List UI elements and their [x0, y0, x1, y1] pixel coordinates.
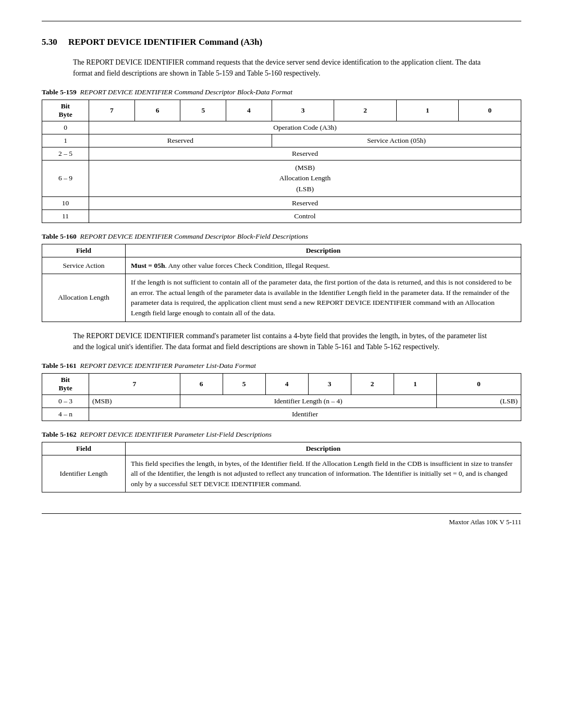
table-159-header-6: 6	[134, 100, 180, 121]
table-161-header-6: 6	[180, 373, 223, 394]
table-162: Field Description Identifier Length This…	[42, 442, 521, 493]
control: Control	[89, 209, 521, 223]
table-row: 11 Control	[42, 209, 521, 223]
table-row: 6 – 9 (MSB)Allocation Length(LSB)	[42, 161, 521, 197]
section-title: REPORT DEVICE IDENTIFIER Command (A3h)	[68, 37, 262, 47]
desc-service-action: Must = 05h. Any other value forces Check…	[126, 257, 521, 274]
footer: Maxtor Atlas 10K V 5-111	[42, 518, 521, 526]
table-row: 1 Reserved Service Action (05h)	[42, 134, 521, 147]
table-159-header-bitbyte: BitByte	[42, 100, 89, 121]
op-code: Operation Code (A3h)	[89, 121, 521, 134]
table-161-header-4: 4	[265, 373, 308, 394]
table-161-header-bitbyte: BitByte	[42, 373, 89, 394]
intro-text: The REPORT DEVICE IDENTIFIER command req…	[73, 57, 490, 79]
byte-10: 10	[42, 196, 89, 209]
desc-allocation-length: If the length is not sufficient to conta…	[126, 274, 521, 322]
table-161-header-5: 5	[223, 373, 265, 394]
table-row: 4 – n Identifier	[42, 408, 521, 421]
table-row: 0 Operation Code (A3h)	[42, 121, 521, 134]
table-row: 10 Reserved	[42, 196, 521, 209]
table-159-header-4: 4	[226, 100, 272, 121]
identifier: Identifier	[89, 408, 521, 421]
table-row: 0 – 3 (MSB) Identifier Length (n – 4) (L…	[42, 394, 521, 408]
byte-6-9: 6 – 9	[42, 161, 89, 197]
table-159-header-0: 0	[459, 100, 521, 121]
reserved-10: Reserved	[89, 196, 521, 209]
table-159-header-7: 7	[89, 100, 135, 121]
desc-identifier-length: This field specifies the length, in byte…	[126, 455, 521, 492]
table-159-header-1: 1	[396, 100, 459, 121]
byte-2-5: 2 – 5	[42, 147, 89, 161]
table-159-label: Table 5-159 REPORT DEVICE IDENTIFIER Com…	[42, 88, 521, 96]
reserved-1: Reserved	[89, 134, 272, 147]
table-160-header-field: Field	[42, 244, 126, 257]
allocation-length: (MSB)Allocation Length(LSB)	[89, 161, 521, 197]
byte-11: 11	[42, 209, 89, 223]
identifier-length: Identifier Length (n – 4)	[180, 394, 436, 408]
lsb-label: (LSB)	[436, 394, 521, 408]
table-159-header-2: 2	[334, 100, 397, 121]
table-159-header-3: 3	[272, 100, 334, 121]
byte-1: 1	[42, 134, 89, 147]
table-159: BitByte 7 6 5 4 3 2 1 0 0 Operation Code…	[42, 100, 521, 223]
service-action: Service Action (05h)	[272, 134, 521, 147]
table-161: BitByte 7 6 5 4 3 2 1 0 0 – 3 (MSB) Iden…	[42, 373, 521, 421]
field-service-action: Service Action	[42, 257, 126, 274]
reserved-2-5: Reserved	[89, 147, 521, 161]
table-161-header-3: 3	[308, 373, 351, 394]
footer-right: Maxtor Atlas 10K V 5-111	[449, 518, 521, 526]
table-row: Service Action Must = 05h. Any other val…	[42, 257, 521, 274]
field-allocation-length: Allocation Length	[42, 274, 126, 322]
table-160-header-description: Description	[126, 244, 521, 257]
table-160-label: Table 5-160 REPORT DEVICE IDENTIFIER Com…	[42, 232, 521, 241]
table-161-header-2: 2	[351, 373, 394, 394]
table-160: Field Description Service Action Must = …	[42, 244, 521, 322]
msb-label: (MSB)	[89, 394, 180, 408]
section-heading: 5.30 REPORT DEVICE IDENTIFIER Command (A…	[42, 37, 521, 47]
table-161-header-0: 0	[436, 373, 521, 394]
byte-0: 0	[42, 121, 89, 134]
middle-text: The REPORT DEVICE IDENTIFIER command's p…	[73, 330, 490, 352]
section-number: 5.30	[42, 37, 57, 47]
table-159-header-5: 5	[180, 100, 226, 121]
bottom-divider	[42, 513, 521, 514]
table-row: Allocation Length If the length is not s…	[42, 274, 521, 322]
byte-0-3: 0 – 3	[42, 394, 89, 408]
table-161-header-7: 7	[89, 373, 180, 394]
table-162-header-description: Description	[126, 442, 521, 455]
table-row: 2 – 5 Reserved	[42, 147, 521, 161]
field-identifier-length: Identifier Length	[42, 455, 126, 492]
top-divider	[42, 21, 521, 21]
table-162-header-field: Field	[42, 442, 126, 455]
table-161-header-1: 1	[394, 373, 436, 394]
table-162-label: Table 5-162 REPORT DEVICE IDENTIFIER Par…	[42, 430, 521, 439]
table-161-label: Table 5-161 REPORT DEVICE IDENTIFIER Par…	[42, 362, 521, 370]
table-row: Identifier Length This field specifies t…	[42, 455, 521, 492]
byte-4-n: 4 – n	[42, 408, 89, 421]
